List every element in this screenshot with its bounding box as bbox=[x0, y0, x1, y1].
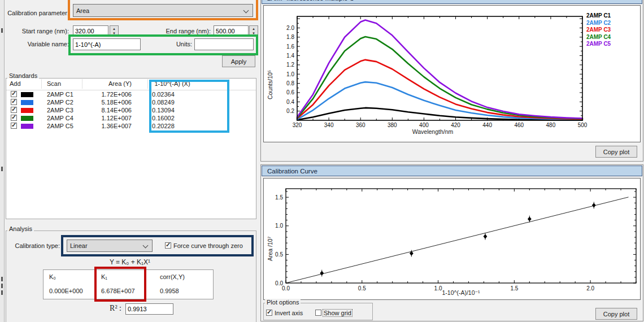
splitter-mark bbox=[1, 277, 3, 281]
standard-add-checkbox[interactable] bbox=[11, 115, 17, 121]
calibration-panel-titlebar[interactable]: Calibration Curve bbox=[262, 166, 642, 176]
spectra-chart: 3203403603804004204404604805000.20.40.60… bbox=[264, 6, 640, 142]
standard-add-checkbox[interactable] bbox=[11, 123, 17, 129]
left-splitter-strip[interactable] bbox=[0, 0, 5, 322]
coefficients-table: K₀ K₁ corr(X,Y) 0.000E+000 6.678E+007 0.… bbox=[43, 269, 214, 299]
force-zero-label: Force curve through zero bbox=[173, 242, 243, 249]
standards-row[interactable]: 2AMP C51.36E+0070.20228 bbox=[6, 122, 255, 130]
svg-text:1.5: 1.5 bbox=[275, 194, 283, 201]
spinner-down-icon[interactable]: ▼ bbox=[252, 31, 255, 36]
x-value: 0.16002 bbox=[152, 115, 175, 121]
chevron-down-icon bbox=[143, 243, 149, 249]
svg-text:400: 400 bbox=[419, 122, 429, 128]
column-header-scan[interactable]: Scan bbox=[47, 80, 61, 87]
standard-add-checkbox[interactable] bbox=[11, 99, 17, 105]
svg-text:0.2: 0.2 bbox=[286, 108, 294, 114]
spectra-x-axis-label: Wavelength/nm bbox=[263, 128, 602, 135]
calibration-parameter-dropdown[interactable]: Area bbox=[73, 4, 253, 17]
area-value: 1.36E+007 bbox=[85, 123, 132, 129]
end-range-label: End range (nm): bbox=[146, 28, 211, 34]
start-range-spinner[interactable]: ▲▼ bbox=[110, 25, 119, 37]
calibration-panel-title: Calibration Curve bbox=[267, 168, 317, 175]
standards-row[interactable]: 2AMP C25.18E+0060.08249 bbox=[6, 98, 255, 106]
scan-name: 2AMP C3 bbox=[47, 107, 73, 114]
calibration-x-axis-label: 1-10^(-A)/10⁻¹ bbox=[320, 289, 602, 296]
units-input[interactable] bbox=[194, 38, 254, 50]
svg-text:0.4: 0.4 bbox=[286, 99, 294, 105]
force-zero-checkbox[interactable] bbox=[165, 242, 171, 249]
calibration-copy-plot-button[interactable]: Copy plot bbox=[595, 308, 637, 320]
svg-text:1.8: 1.8 bbox=[286, 34, 294, 40]
start-range-label: Start range (nm): bbox=[5, 28, 69, 34]
application-window: Calibration parameter: Area Start range … bbox=[0, 0, 644, 322]
calibration-type-dropdown[interactable]: Linear bbox=[67, 240, 153, 252]
x-value: 0.20228 bbox=[152, 123, 175, 129]
standards-table: Add Scan Area (Y) 1-10^(-A) (X) 2AMP C11… bbox=[6, 79, 256, 219]
analysis-group-title: Analysis bbox=[7, 225, 34, 232]
standards-table-header: Add Scan Area (Y) 1-10^(-A) (X) bbox=[6, 79, 256, 90]
spinner-down-icon[interactable]: ▼ bbox=[112, 31, 116, 36]
scan-color-swatch bbox=[21, 92, 33, 97]
column-header-area[interactable]: Area (Y) bbox=[85, 80, 132, 87]
svg-text:380: 380 bbox=[388, 122, 397, 128]
standards-row[interactable]: 2AMP C38.14E+0060.13094 bbox=[6, 106, 255, 114]
spectra-panel-titlebar[interactable]: 2AMP fluorescence multiple C bbox=[262, 0, 642, 4]
splitter-mark bbox=[1, 284, 3, 288]
legend-item: 2AMP C4 bbox=[586, 34, 611, 41]
svg-text:460: 460 bbox=[514, 122, 524, 128]
svg-text:1.6: 1.6 bbox=[286, 43, 294, 50]
calibration-chart-canvas: 0.00.51.01.52.00.00.51.01.5 bbox=[263, 178, 641, 300]
legend-item: 2AMP C3 bbox=[586, 27, 611, 34]
svg-text:1.4: 1.4 bbox=[286, 53, 294, 59]
svg-text:0.0: 0.0 bbox=[275, 280, 283, 286]
area-value: 8.14E+006 bbox=[85, 107, 132, 114]
calibration-type-value: Linear bbox=[70, 242, 88, 249]
standards-row[interactable]: 2AMP C11.72E+0060.02364 bbox=[6, 90, 255, 98]
splitter-mark bbox=[1, 167, 3, 171]
spinner-up-icon[interactable]: ▲ bbox=[252, 27, 255, 31]
scan-color-swatch bbox=[21, 124, 33, 129]
invert-axis-checkbox[interactable] bbox=[266, 310, 272, 316]
standard-add-checkbox[interactable] bbox=[11, 107, 17, 113]
legend-item: 2AMP C1 bbox=[586, 12, 611, 20]
apply-button[interactable]: Apply bbox=[222, 55, 255, 67]
column-header-x[interactable]: 1-10^(-A) (X) bbox=[144, 80, 201, 87]
area-value: 1.12E+007 bbox=[85, 115, 132, 121]
chevron-down-icon bbox=[243, 8, 249, 14]
spectra-legend: 2AMP C12AMP C22AMP C32AMP C42AMP C5 bbox=[586, 12, 611, 48]
start-range-input[interactable] bbox=[73, 25, 108, 37]
column-header-add[interactable]: Add bbox=[10, 80, 21, 87]
calibration-y-axis-label: Area /10⁷ bbox=[267, 210, 273, 261]
show-grid-label: Show grid bbox=[323, 310, 352, 316]
calibration-parameter-label: Calibration parameter: bbox=[5, 10, 69, 16]
r-squared-label: R² : bbox=[90, 304, 121, 313]
calibration-parameter-value: Area bbox=[76, 7, 89, 14]
x-value: 0.02364 bbox=[152, 91, 175, 98]
svg-text:2.0: 2.0 bbox=[286, 25, 294, 31]
svg-text:0.8: 0.8 bbox=[286, 80, 294, 86]
svg-text:1.0: 1.0 bbox=[275, 223, 283, 229]
k0-value: 0.000E+000 bbox=[49, 288, 83, 294]
svg-text:0.0: 0.0 bbox=[282, 285, 290, 291]
end-range-input[interactable] bbox=[214, 25, 249, 37]
scan-name: 2AMP C5 bbox=[47, 123, 73, 129]
legend-item: 2AMP C2 bbox=[586, 20, 611, 27]
variable-name-input[interactable] bbox=[73, 38, 141, 50]
end-range-spinner[interactable]: ▲▼ bbox=[249, 25, 258, 37]
calibration-chart: 0.00.51.01.52.00.00.51.01.5 bbox=[264, 179, 640, 299]
calibration-formula: Y = K₀ + K₁X¹ bbox=[59, 258, 201, 266]
calibration-type-label: Calibration type: bbox=[5, 242, 60, 249]
splitter-mark bbox=[1, 290, 3, 295]
invert-axis-label: Invert axis bbox=[275, 310, 303, 316]
variable-name-label: Variable name: bbox=[5, 41, 69, 47]
r-squared-input[interactable] bbox=[125, 303, 173, 315]
scan-color-swatch bbox=[21, 100, 33, 105]
spectra-copy-plot-button[interactable]: Copy plot bbox=[595, 146, 637, 158]
show-grid-checkbox[interactable] bbox=[315, 310, 321, 316]
splitter-mark bbox=[1, 28, 3, 33]
k1-header: K₁ bbox=[101, 273, 107, 280]
standards-row[interactable]: 2AMP C41.12E+0070.16002 bbox=[6, 114, 255, 122]
units-label: Units: bbox=[167, 41, 192, 47]
spinner-up-icon[interactable]: ▲ bbox=[112, 27, 116, 31]
standard-add-checkbox[interactable] bbox=[11, 91, 17, 97]
